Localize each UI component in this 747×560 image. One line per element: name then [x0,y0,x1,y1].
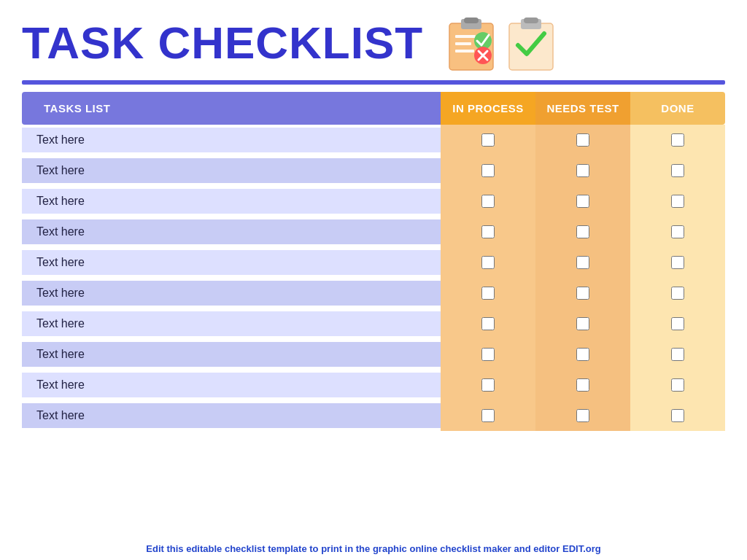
cell-needstest-2 [535,186,630,217]
table-row: Text here [22,370,725,400]
svg-rect-4 [455,42,471,45]
checkbox-inprocess-2[interactable] [481,195,495,208]
cell-done-9 [630,400,725,431]
svg-rect-3 [455,35,476,38]
footer-text: Edit this editable checklist template to… [146,543,600,554]
checkbox-needstest-6[interactable] [576,317,589,330]
table-row: Text here [22,278,725,308]
checkbox-inprocess-7[interactable] [481,348,495,361]
col-header-tasks: TASKS LIST [22,92,441,125]
cell-inprocess-1 [441,155,535,186]
svg-rect-2 [464,18,479,23]
table-body: Text here Text here Text here [22,125,725,431]
clipboard-icon-2 [505,13,557,73]
checkbox-inprocess-1[interactable] [481,164,495,177]
table-row: Text here [22,308,725,339]
table-row: Text here [22,155,725,186]
cell-done-7 [630,339,725,370]
checkbox-done-7[interactable] [671,348,684,361]
checkbox-needstest-0[interactable] [576,133,589,147]
table-row: Text here [22,247,725,278]
cell-task-0: Text here [22,128,441,152]
cell-task-8: Text here [22,373,441,397]
checkbox-inprocess-0[interactable] [481,133,495,147]
col-header-done: DONE [630,92,725,125]
cell-task-1: Text here [22,158,441,183]
cell-needstest-8 [535,370,630,400]
checkbox-inprocess-3[interactable] [481,225,495,238]
cell-task-2: Text here [22,189,441,214]
checkbox-done-5[interactable] [671,287,684,300]
svg-rect-12 [524,18,538,23]
cell-needstest-7 [535,339,630,370]
table-row: Text here [22,339,725,370]
table-row: Text here [22,217,725,247]
checkbox-done-1[interactable] [671,164,684,177]
checkbox-done-4[interactable] [671,256,684,269]
cell-task-3: Text here [22,219,441,244]
cell-task-9: Text here [22,403,441,428]
svg-rect-5 [455,50,474,52]
checkbox-done-6[interactable] [671,317,684,330]
cell-task-5: Text here [22,281,441,306]
cell-done-2 [630,186,725,217]
cell-needstest-6 [535,308,630,339]
checkbox-inprocess-6[interactable] [481,317,495,330]
checkbox-done-0[interactable] [671,133,684,147]
cell-task-7: Text here [22,342,441,367]
cell-needstest-5 [535,278,630,308]
cell-done-5 [630,278,725,308]
table-container: TASKS LIST IN PROCESS NEEDS TEST DONE Te… [0,85,747,537]
cell-inprocess-6 [441,308,535,339]
checkbox-needstest-1[interactable] [576,164,589,177]
cell-done-1 [630,155,725,186]
header: TASK CHECKLIST [0,0,747,73]
cell-inprocess-2 [441,186,535,217]
checkbox-needstest-2[interactable] [576,195,589,208]
cell-inprocess-8 [441,370,535,400]
checkbox-done-8[interactable] [671,378,684,392]
header-icons [445,13,557,73]
checkbox-inprocess-8[interactable] [481,378,495,392]
cell-inprocess-9 [441,400,535,431]
cell-inprocess-3 [441,217,535,247]
checkbox-needstest-3[interactable] [576,225,589,238]
checkbox-done-2[interactable] [671,195,684,208]
footer: Edit this editable checklist template to… [0,537,747,560]
cell-inprocess-4 [441,247,535,278]
checkbox-needstest-8[interactable] [576,378,589,392]
page-wrapper: TASK CHECKLIST [0,0,747,560]
cell-task-6: Text here [22,311,441,336]
checkbox-done-3[interactable] [671,225,684,238]
col-header-needstest: NEEDS TEST [535,92,630,125]
checkbox-done-9[interactable] [671,409,684,422]
checkbox-needstest-7[interactable] [576,348,589,361]
cell-done-3 [630,217,725,247]
cell-done-0 [630,125,725,155]
cell-needstest-9 [535,400,630,431]
col-header-inprocess: IN PROCESS [441,92,535,125]
table-header: TASKS LIST IN PROCESS NEEDS TEST DONE [22,92,725,125]
table-row: Text here [22,400,725,431]
checkbox-needstest-4[interactable] [576,256,589,269]
table-row: Text here [22,125,725,155]
table-row: Text here [22,186,725,217]
cell-done-8 [630,370,725,400]
cell-inprocess-0 [441,125,535,155]
cell-inprocess-5 [441,278,535,308]
cell-inprocess-7 [441,339,535,370]
clipboard-icon-1 [445,13,498,73]
checkbox-inprocess-9[interactable] [481,409,495,422]
cell-done-4 [630,247,725,278]
page-title: TASK CHECKLIST [22,20,423,66]
checkbox-inprocess-5[interactable] [481,287,495,300]
checkbox-needstest-5[interactable] [576,287,589,300]
cell-needstest-3 [535,217,630,247]
cell-needstest-0 [535,125,630,155]
checkbox-needstest-9[interactable] [576,409,589,422]
cell-done-6 [630,308,725,339]
cell-needstest-4 [535,247,630,278]
cell-task-4: Text here [22,250,441,275]
cell-needstest-1 [535,155,630,186]
checkbox-inprocess-4[interactable] [481,256,495,269]
